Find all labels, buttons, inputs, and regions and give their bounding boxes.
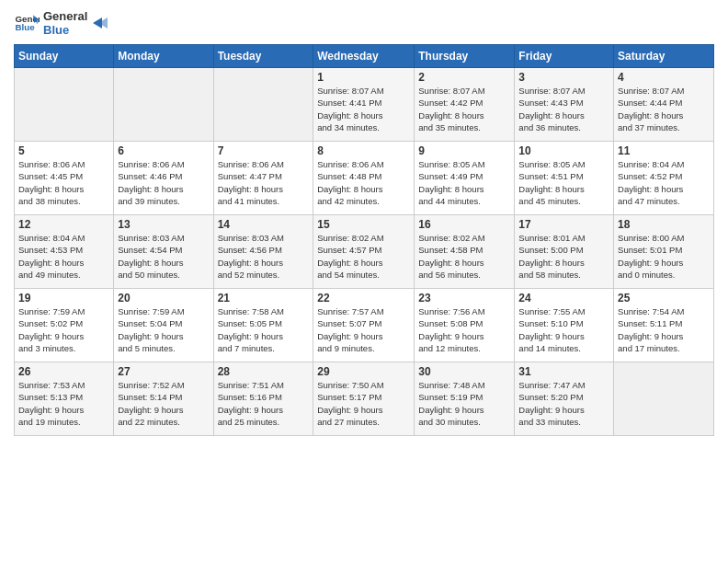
day-info: Sunrise: 7:47 AM Sunset: 5:20 PM Dayligh… [518,379,609,428]
day-info: Sunrise: 8:06 AM Sunset: 4:46 PM Dayligh… [118,158,209,207]
day-number: 17 [518,218,609,231]
day-number: 20 [118,292,209,304]
day-number: 4 [618,71,710,84]
calendar-cell: 27Sunrise: 7:52 AM Sunset: 5:14 PM Dayli… [114,362,213,436]
day-info: Sunrise: 7:54 AM Sunset: 5:11 PM Dayligh… [618,305,710,354]
day-info: Sunrise: 7:50 AM Sunset: 5:17 PM Dayligh… [317,379,410,428]
svg-text:Blue: Blue [15,22,35,32]
calendar-cell: 18Sunrise: 8:00 AM Sunset: 5:01 PM Dayli… [614,215,714,289]
day-number: 9 [418,144,510,157]
day-number: 8 [317,144,410,157]
day-number: 29 [317,365,410,378]
calendar-cell: 31Sunrise: 7:47 AM Sunset: 5:20 PM Dayli… [515,362,614,436]
calendar-cell: 10Sunrise: 8:05 AM Sunset: 4:51 PM Dayli… [515,142,614,215]
day-info: Sunrise: 8:01 AM Sunset: 5:00 PM Dayligh… [518,232,609,281]
week-row-3: 12Sunrise: 8:04 AM Sunset: 4:53 PM Dayli… [15,215,714,289]
day-info: Sunrise: 8:06 AM Sunset: 4:48 PM Dayligh… [317,158,410,207]
weekday-header-wednesday: Wednesday [313,45,415,68]
day-info: Sunrise: 7:51 AM Sunset: 5:16 PM Dayligh… [218,379,310,428]
day-number: 14 [218,218,310,231]
calendar-cell: 21Sunrise: 7:58 AM Sunset: 5:05 PM Dayli… [213,289,313,362]
day-number: 22 [317,292,410,304]
calendar-cell: 1Sunrise: 8:07 AM Sunset: 4:41 PM Daylig… [313,68,415,142]
weekday-header-monday: Monday [114,45,213,68]
day-number: 13 [118,218,209,231]
day-info: Sunrise: 8:03 AM Sunset: 4:56 PM Dayligh… [218,232,310,281]
calendar-cell: 11Sunrise: 8:04 AM Sunset: 4:52 PM Dayli… [614,142,714,215]
day-number: 10 [518,144,609,157]
day-info: Sunrise: 7:56 AM Sunset: 5:08 PM Dayligh… [418,305,510,354]
day-number: 30 [418,365,510,378]
calendar-cell: 16Sunrise: 8:02 AM Sunset: 4:58 PM Dayli… [415,215,515,289]
day-info: Sunrise: 7:58 AM Sunset: 5:05 PM Dayligh… [218,305,310,354]
day-number: 25 [618,292,710,304]
logo-blue: Blue [43,23,87,37]
logo-general: General [43,9,87,23]
day-number: 26 [18,365,109,378]
weekday-header-friday: Friday [515,45,614,68]
weekday-header-row: SundayMondayTuesdayWednesdayThursdayFrid… [15,45,714,68]
day-number: 1 [317,71,410,84]
day-info: Sunrise: 7:57 AM Sunset: 5:07 PM Dayligh… [317,305,410,354]
calendar-cell: 19Sunrise: 7:59 AM Sunset: 5:02 PM Dayli… [15,289,114,362]
day-number: 15 [317,218,410,231]
calendar-cell: 3Sunrise: 8:07 AM Sunset: 4:43 PM Daylig… [515,68,614,142]
logo-arrow-icon [91,14,109,32]
week-row-5: 26Sunrise: 7:53 AM Sunset: 5:13 PM Dayli… [15,362,714,436]
day-info: Sunrise: 8:05 AM Sunset: 4:51 PM Dayligh… [518,158,609,207]
calendar-page: General Blue General Blue SundayMondayTu… [0,0,728,563]
calendar-cell: 13Sunrise: 8:03 AM Sunset: 4:54 PM Dayli… [114,215,213,289]
calendar-cell: 14Sunrise: 8:03 AM Sunset: 4:56 PM Dayli… [213,215,313,289]
day-number: 28 [218,365,310,378]
calendar-cell [114,68,213,142]
day-info: Sunrise: 8:06 AM Sunset: 4:47 PM Dayligh… [218,158,310,207]
day-number: 2 [418,71,510,84]
day-number: 7 [218,144,310,157]
calendar-cell: 29Sunrise: 7:50 AM Sunset: 5:17 PM Dayli… [313,362,415,436]
week-row-4: 19Sunrise: 7:59 AM Sunset: 5:02 PM Dayli… [15,289,714,362]
day-number: 27 [118,365,209,378]
day-info: Sunrise: 8:04 AM Sunset: 4:52 PM Dayligh… [618,158,710,207]
day-number: 24 [518,292,609,304]
day-number: 12 [18,218,109,231]
day-info: Sunrise: 8:03 AM Sunset: 4:54 PM Dayligh… [118,232,209,281]
day-info: Sunrise: 8:07 AM Sunset: 4:44 PM Dayligh… [618,85,710,133]
weekday-header-tuesday: Tuesday [213,45,313,68]
weekday-header-thursday: Thursday [415,45,515,68]
calendar-cell: 23Sunrise: 7:56 AM Sunset: 5:08 PM Dayli… [415,289,515,362]
day-info: Sunrise: 8:00 AM Sunset: 5:01 PM Dayligh… [618,232,710,281]
weekday-header-saturday: Saturday [614,45,714,68]
day-info: Sunrise: 7:59 AM Sunset: 5:04 PM Dayligh… [118,305,209,354]
calendar-table: SundayMondayTuesdayWednesdayThursdayFrid… [14,44,714,436]
week-row-1: 1Sunrise: 8:07 AM Sunset: 4:41 PM Daylig… [15,68,714,142]
day-number: 23 [418,292,510,304]
day-number: 11 [618,144,710,157]
calendar-cell: 15Sunrise: 8:02 AM Sunset: 4:57 PM Dayli… [313,215,415,289]
calendar-cell [15,68,114,142]
calendar-cell: 7Sunrise: 8:06 AM Sunset: 4:47 PM Daylig… [213,142,313,215]
calendar-cell [213,68,313,142]
calendar-cell: 5Sunrise: 8:06 AM Sunset: 4:45 PM Daylig… [15,142,114,215]
calendar-cell: 20Sunrise: 7:59 AM Sunset: 5:04 PM Dayli… [114,289,213,362]
week-row-2: 5Sunrise: 8:06 AM Sunset: 4:45 PM Daylig… [15,142,714,215]
day-info: Sunrise: 7:59 AM Sunset: 5:02 PM Dayligh… [18,305,109,354]
calendar-cell: 9Sunrise: 8:05 AM Sunset: 4:49 PM Daylig… [415,142,515,215]
weekday-header-sunday: Sunday [15,45,114,68]
day-info: Sunrise: 8:02 AM Sunset: 4:58 PM Dayligh… [418,232,510,281]
day-number: 18 [618,218,710,231]
calendar-cell: 28Sunrise: 7:51 AM Sunset: 5:16 PM Dayli… [213,362,313,436]
day-number: 5 [18,144,109,157]
day-number: 3 [518,71,609,84]
calendar-cell: 24Sunrise: 7:55 AM Sunset: 5:10 PM Dayli… [515,289,614,362]
calendar-cell: 22Sunrise: 7:57 AM Sunset: 5:07 PM Dayli… [313,289,415,362]
day-info: Sunrise: 8:07 AM Sunset: 4:43 PM Dayligh… [518,85,609,133]
day-info: Sunrise: 8:02 AM Sunset: 4:57 PM Dayligh… [317,232,410,281]
calendar-cell: 2Sunrise: 8:07 AM Sunset: 4:42 PM Daylig… [415,68,515,142]
calendar-cell [614,362,714,436]
day-info: Sunrise: 7:55 AM Sunset: 5:10 PM Dayligh… [518,305,609,354]
calendar-cell: 8Sunrise: 8:06 AM Sunset: 4:48 PM Daylig… [313,142,415,215]
calendar-cell: 17Sunrise: 8:01 AM Sunset: 5:00 PM Dayli… [515,215,614,289]
calendar-cell: 6Sunrise: 8:06 AM Sunset: 4:46 PM Daylig… [114,142,213,215]
logo-icon: General Blue [14,10,40,36]
day-info: Sunrise: 7:48 AM Sunset: 5:19 PM Dayligh… [418,379,510,428]
